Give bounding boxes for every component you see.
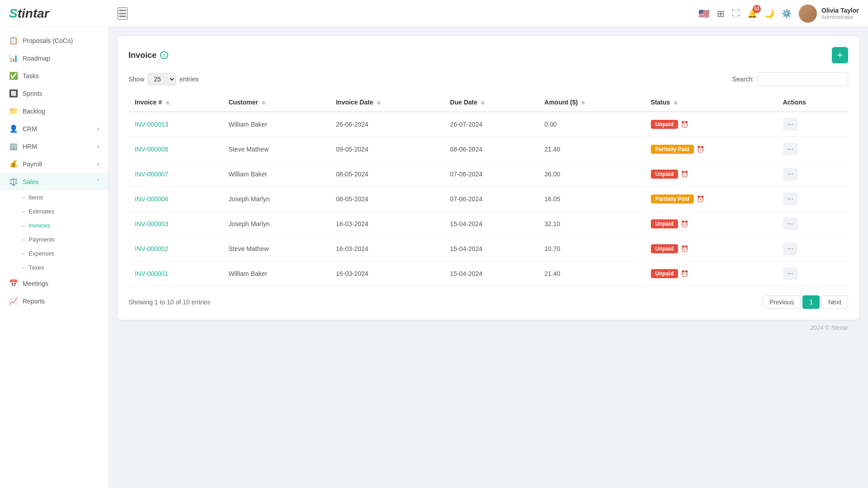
theme-toggle-icon[interactable]: 🌙 (764, 9, 774, 19)
table-body: INV-000013 William Baker 26-06-2024 26-0… (128, 112, 848, 286)
entries-label: entries (180, 76, 199, 83)
sidebar-sub-items[interactable]: Items (22, 190, 108, 204)
status-warn-icon: ⏰ (681, 270, 688, 277)
table-row: INV-000001 William Baker 16-03-2024 15-0… (128, 261, 848, 286)
sidebar-sub-invoices[interactable]: Invoices (22, 218, 108, 232)
sidebar-item-hrm[interactable]: 🏢 HRM › (0, 137, 108, 155)
reports-icon: 📈 (9, 297, 18, 305)
logo-text: Stintar (9, 6, 49, 21)
invoice-link[interactable]: INV-000003 (135, 220, 168, 227)
table-row: INV-000008 Steve Mathew 09-05-2024 08-06… (128, 137, 848, 162)
fullscreen-icon[interactable]: ⛶ (732, 9, 740, 18)
sidebar-item-label: Sales (23, 178, 38, 185)
sidebar-item-crm[interactable]: 👤 CRM › (0, 120, 108, 137)
sidebar-item-sprints[interactable]: 🔲 Sprints (0, 85, 108, 102)
cell-invoice-date: 08-05-2024 (330, 187, 444, 212)
col-invoice-num: Invoice # ⇅ (128, 93, 222, 112)
crm-icon: 👤 (9, 124, 18, 133)
page-title: Invoice (128, 51, 157, 60)
sidebar-item-sales[interactable]: ⚖️ Sales ˅ (0, 173, 108, 190)
col-due-date: Due Date ⇅ (444, 93, 538, 112)
invoice-link[interactable]: INV-000008 (135, 146, 168, 153)
add-invoice-button[interactable]: + (832, 47, 848, 63)
cell-amount: 21.40 (538, 137, 645, 162)
sidebar-sub-expenses[interactable]: Expenses (22, 246, 108, 261)
invoice-link[interactable]: INV-000006 (135, 195, 168, 203)
cell-customer: William Baker (222, 112, 330, 137)
sidebar-item-label: HRM (23, 143, 37, 150)
row-actions-button[interactable]: ··· (783, 218, 798, 230)
notification-icon[interactable]: 🔔 53 (747, 9, 757, 19)
cell-actions: ··· (777, 162, 848, 187)
sidebar-item-meetings[interactable]: 📅 Meetings (0, 275, 108, 292)
sidebar-item-label: Sprints (23, 90, 43, 97)
payroll-icon: 💰 (9, 160, 18, 168)
meetings-icon: 📅 (9, 279, 18, 288)
cell-invoice-num: INV-000007 (128, 162, 222, 187)
sidebar-item-proposals[interactable]: 📋 Proposals (CoCo) (0, 32, 108, 49)
sidebar-item-payroll[interactable]: 💰 Payroll › (0, 155, 108, 173)
sidebar-sub-taxes[interactable]: Taxes (22, 261, 108, 275)
col-invoice-date: Invoice Date ⇅ (330, 93, 444, 112)
row-actions-button[interactable]: ··· (783, 267, 798, 280)
row-actions-button[interactable]: ··· (783, 193, 798, 205)
table-header: Invoice # ⇅ Customer ⇅ Invoice Date ⇅ (128, 93, 848, 112)
sidebar-sub-payments[interactable]: Payments (22, 232, 108, 246)
sort-icon[interactable]: ⇅ (481, 100, 484, 105)
status-badge: Unpaid (651, 219, 678, 228)
menu-toggle-button[interactable]: ☰ (118, 7, 128, 20)
sidebar-item-reports[interactable]: 📈 Reports (0, 292, 108, 310)
cell-customer: Steve Mathew (222, 137, 330, 162)
pagination-row: Showing 1 to 10 of 10 entries Previous 1… (128, 295, 848, 309)
sidebar-item-label: Tasks (23, 72, 39, 80)
sidebar-item-roadmap[interactable]: 📊 Roadmap (0, 49, 108, 67)
cell-actions: ··· (777, 112, 848, 137)
cell-invoice-num: INV-000003 (128, 212, 222, 237)
previous-button[interactable]: Previous (763, 295, 801, 309)
sidebar-item-backlog[interactable]: 📁 Backlog (0, 102, 108, 120)
cell-invoice-date: 16-03-2024 (330, 261, 444, 286)
sidebar-item-label: CRM (23, 125, 37, 133)
sort-icon[interactable]: ⇅ (166, 100, 169, 105)
sort-icon[interactable]: ⇅ (581, 100, 585, 105)
backlog-icon: 📁 (9, 107, 18, 115)
sidebar-item-tasks[interactable]: ✅ Tasks (0, 67, 108, 85)
cell-invoice-num: INV-000002 (128, 237, 222, 261)
status-warn-icon: ⏰ (681, 121, 688, 128)
cell-amount: 16.05 (538, 187, 645, 212)
sidebar-sub-estimates[interactable]: Estimates (22, 204, 108, 218)
apps-icon[interactable]: ⊞ (717, 8, 725, 19)
show-label: Show (128, 76, 144, 83)
cell-due-date: 08-06-2024 (444, 137, 538, 162)
cell-customer: Joseph Marlyn (222, 212, 330, 237)
settings-icon[interactable]: ⚙️ (782, 9, 792, 19)
page-1-button[interactable]: 1 (802, 295, 820, 309)
logo: Stintar (9, 6, 118, 21)
next-button[interactable]: Next (821, 295, 848, 309)
status-warn-icon: ⏰ (681, 245, 688, 252)
pagination-info: Showing 1 to 10 of 10 entries (128, 298, 210, 306)
col-amount: Amount ($) ⇅ (538, 93, 645, 112)
row-actions-button[interactable]: ··· (783, 118, 798, 131)
row-actions-button[interactable]: ··· (783, 143, 798, 156)
invoice-link[interactable]: INV-000001 (135, 270, 168, 277)
search-box: Search: (732, 72, 848, 86)
invoice-link[interactable]: INV-000007 (135, 171, 168, 178)
cell-status: Unpaid ⏰ (645, 162, 777, 187)
user-profile[interactable]: Olivia Taylor Administrator (799, 5, 859, 23)
info-icon[interactable]: i (160, 51, 168, 59)
invoice-link[interactable]: INV-000013 (135, 121, 168, 128)
sort-icon[interactable]: ⇅ (674, 100, 677, 105)
sidebar-sub-label: Expenses (28, 250, 54, 257)
sort-icon[interactable]: ⇅ (377, 100, 380, 105)
row-actions-button[interactable]: ··· (783, 168, 798, 180)
sort-icon[interactable]: ⇅ (261, 100, 265, 105)
cell-amount: 10.70 (538, 237, 645, 261)
search-input[interactable] (758, 72, 848, 86)
sidebar-item-label: Proposals (CoCo) (23, 37, 73, 44)
invoice-link[interactable]: INV-000002 (135, 245, 168, 252)
table-row: INV-000007 William Baker 08-05-2024 07-0… (128, 162, 848, 187)
entries-select[interactable]: 25 10 50 100 (148, 73, 176, 85)
language-flag-icon[interactable]: 🇺🇸 (698, 8, 710, 19)
row-actions-button[interactable]: ··· (783, 242, 798, 255)
